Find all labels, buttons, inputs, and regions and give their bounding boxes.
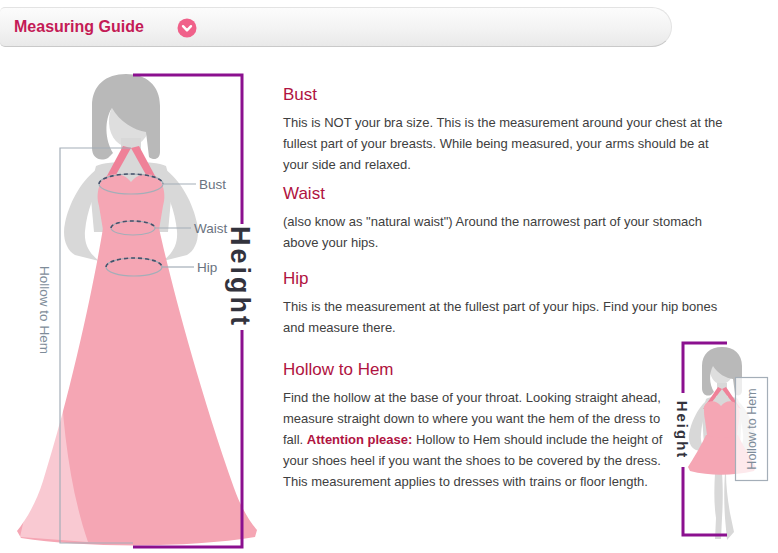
section-bust: Bust This is NOT your bra size. This is …: [283, 85, 735, 175]
small-height-label: Height: [674, 401, 691, 460]
height-vertical-label: Height: [225, 226, 255, 328]
small-measuring-diagram: Hollow to Hem Height: [640, 335, 778, 553]
hollow-to-hem-vertical-label: Hollow to Hem: [37, 266, 52, 354]
page-title: Measuring Guide: [14, 8, 144, 46]
section-waist: Waist (also know as "natural waist") Aro…: [283, 184, 735, 253]
bust-heading: Bust: [283, 85, 735, 105]
waist-description: (also know as "natural waist") Around th…: [283, 211, 735, 253]
waist-label: Waist: [194, 221, 227, 236]
measuring-guide-page: Measuring Guide: [0, 0, 778, 553]
hip-label: Hip: [197, 260, 217, 275]
section-hip: Hip This is the measurement at the fulle…: [283, 269, 735, 338]
chevron-down-icon[interactable]: [177, 18, 197, 38]
hip-heading: Hip: [283, 269, 735, 289]
small-right-leg: [724, 473, 734, 540]
bust-label: Bust: [199, 177, 226, 192]
section-hollow-to-hem: Hollow to Hem Find the hollow at the bas…: [283, 360, 668, 492]
measuring-diagram: Bust Waist Hip Hollow to Hem Height: [0, 60, 280, 553]
woman-figure: [17, 74, 257, 545]
hip-description: This is the measurement at the fullest p…: [283, 296, 735, 338]
small-hollow-to-hem-label: Hollow to Hem: [745, 388, 759, 469]
small-left-leg: [714, 473, 722, 539]
bust-description: This is NOT your bra size. This is the m…: [283, 112, 735, 175]
hollow-to-hem-heading: Hollow to Hem: [283, 360, 668, 380]
waist-heading: Waist: [283, 184, 735, 204]
hollow-to-hem-description: Find the hollow at the base of your thro…: [283, 387, 668, 492]
measuring-guide-header[interactable]: Measuring Guide: [0, 7, 672, 47]
small-dress-bodice: [704, 401, 740, 438]
attention-please-label: Attention please:: [307, 432, 412, 447]
